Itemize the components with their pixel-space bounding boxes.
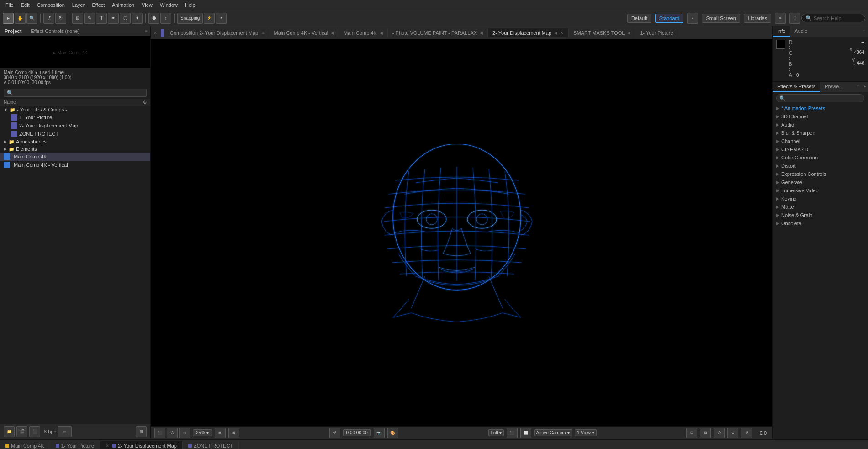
effect-controls-tab[interactable]: Effect Controls (none) <box>26 26 142 36</box>
menu-effect[interactable]: Effect <box>88 1 108 9</box>
effect-animation-presets[interactable]: ▶ * Animation Presets <box>773 104 868 112</box>
comp-tab-picture[interactable]: 1- Your Picture <box>635 28 678 37</box>
preview-tab[interactable]: Previe... <box>820 82 847 92</box>
tl-tab-close[interactable]: ✕ <box>106 444 109 448</box>
item-zone-protect[interactable]: ZONE PROTECT <box>0 130 150 138</box>
menu-help[interactable]: Help <box>181 1 199 9</box>
toggle-panel-icon[interactable]: ⊟ <box>789 13 800 24</box>
tool-zoom[interactable]: 🔍 <box>26 13 37 24</box>
camera-select[interactable]: Active Camera ▾ <box>534 429 572 436</box>
folder-your-files[interactable]: ▼ 📁 - Your Files & Comps - <box>0 106 150 113</box>
effects-search-input[interactable] <box>776 94 864 102</box>
new-solid-btn[interactable]: ⬛ <box>29 426 40 437</box>
info-panel-menu[interactable]: ≡ <box>860 26 868 37</box>
workspace-standard[interactable]: Standard <box>655 14 684 23</box>
comp-tab-maink[interactable]: Main Comp 4K ◀ <box>339 28 388 37</box>
tool-grid[interactable]: ⊞ <box>72 13 83 24</box>
timeline-tab-zone[interactable]: ZONE PROTECT <box>183 441 239 449</box>
preview-btn[interactable]: ⬛ <box>154 428 165 438</box>
preview-mask-btn[interactable]: ◎ <box>179 428 190 438</box>
tool-text[interactable]: T <box>96 13 107 24</box>
effect-color-correction[interactable]: ▶ Color Correction <box>773 153 868 162</box>
snapshot-btn[interactable]: 📷 <box>374 428 385 438</box>
col-sort-icon[interactable]: ⊕ <box>143 100 147 105</box>
pixel-btn[interactable]: ⬜ <box>520 428 531 438</box>
item-your-picture[interactable]: 1- Your Picture <box>0 113 150 121</box>
workspace-expand-icon[interactable]: » <box>775 13 786 24</box>
transparency-btn[interactable]: ⬛ <box>507 428 518 438</box>
effect-matte[interactable]: ▶ Matte <box>773 203 868 211</box>
tool-select[interactable]: ▸ <box>3 13 14 24</box>
color-correct-btn[interactable]: 🎨 <box>387 428 398 438</box>
effect-generate[interactable]: ▶ Generate <box>773 178 868 186</box>
effect-audio[interactable]: ▶ Audio <box>773 121 868 129</box>
new-folder-btn[interactable]: 📁 <box>4 426 15 437</box>
magnification-btn[interactable]: 25% ▾ <box>193 429 212 436</box>
workspace-small-screen[interactable]: Small Screen <box>702 14 740 23</box>
menu-animation[interactable]: Animation <box>108 1 138 9</box>
tool-brush[interactable]: ✎ <box>84 13 95 24</box>
audio-tab[interactable]: Audio <box>790 26 812 37</box>
menu-window[interactable]: Window <box>156 1 181 9</box>
timeline-tab-maink[interactable]: Main Comp 4K <box>0 441 50 449</box>
project-tab[interactable]: Project <box>0 26 26 36</box>
render-btn[interactable]: ⬡ <box>714 428 725 438</box>
info-tab[interactable]: Info <box>773 26 790 37</box>
item-main-comp-4k[interactable]: Main Comp 4K <box>0 153 150 161</box>
item-main-comp-vertical[interactable]: Main Comp 4K - Vertical <box>0 161 150 169</box>
effect-noise-grain[interactable]: ▶ Noise & Grain <box>773 211 868 219</box>
color-depth-btn[interactable]: ▭ <box>58 426 72 437</box>
workspace-menu-icon[interactable]: ≡ <box>687 13 698 24</box>
tool-hand[interactable]: ✋ <box>15 13 26 24</box>
menu-layer[interactable]: Layer <box>69 1 89 9</box>
close-viewer-btn[interactable]: ✕ <box>151 29 160 37</box>
comp-tab-menu[interactable]: ≡ <box>262 31 264 35</box>
preview-region-btn[interactable]: ⬡ <box>167 428 178 438</box>
folder-atmospherics[interactable]: ▶ 📁 Atmospherics <box>0 138 150 145</box>
menu-edit[interactable]: Edit <box>17 1 33 9</box>
search-help-box[interactable]: 🔍 Search Help <box>801 14 865 22</box>
quality-select[interactable]: Full ▾ <box>488 429 504 436</box>
effects-tab[interactable]: Effects & Presets <box>773 82 820 92</box>
effects-menu-icon[interactable]: ≡ <box>854 82 862 92</box>
trash-btn[interactable]: 🗑 <box>136 426 147 437</box>
menu-composition[interactable]: Composition <box>33 1 69 9</box>
loop-btn[interactable]: ↺ <box>329 428 340 438</box>
tool-extra2[interactable]: ✴ <box>216 13 227 24</box>
tool-extra1[interactable]: ⚡ <box>204 13 215 24</box>
item-displacement-map[interactable]: 2- Your Displacement Map <box>0 121 150 130</box>
comp-tab-displacement[interactable]: 2- Your Displacement Map ◀ ✕ <box>488 28 569 37</box>
effect-blur-sharpen[interactable]: ▶ Blur & Sharpen <box>773 129 868 137</box>
tool-undo[interactable]: ↺ <box>43 13 54 24</box>
tool-redo[interactable]: ↻ <box>55 13 66 24</box>
channel-btn[interactable]: ⊕ <box>727 428 738 438</box>
viewer-area[interactable] <box>151 39 772 426</box>
timeline-tab-picture[interactable]: 1- Your Picture <box>50 441 100 449</box>
effects-expand-icon[interactable]: ▸ <box>862 82 868 92</box>
refresh-btn[interactable]: ↺ <box>741 428 752 438</box>
timeline-tab-displacement[interactable]: ✕ 2- Your Displacement Map <box>100 441 183 449</box>
effect-keying[interactable]: ▶ Keying <box>773 195 868 203</box>
effect-expression-controls[interactable]: ▶ Expression Controls <box>773 170 868 178</box>
workspace-libraries[interactable]: Libraries <box>744 14 771 23</box>
comp-tab-displacement-active[interactable]: Composition 2- Your Displacement Map ≡ <box>165 28 269 37</box>
effect-distort[interactable]: ▶ Distort <box>773 162 868 170</box>
project-search-input[interactable] <box>4 89 147 97</box>
view-select[interactable]: 1 View ▾ <box>575 429 597 436</box>
effect-channel[interactable]: ▶ Channel <box>773 137 868 145</box>
tool-anchor[interactable]: ✦ <box>132 13 143 24</box>
timecode-display[interactable]: 0:00:00:00 <box>343 429 371 436</box>
comp-tab-smart[interactable]: SMART MASKS TOOL ◀ <box>569 28 635 37</box>
menu-view[interactable]: View <box>138 1 156 9</box>
project-panel-menu[interactable]: ≡ <box>142 27 150 36</box>
menu-file[interactable]: File <box>2 1 17 9</box>
tool-shape[interactable]: ⬡ <box>120 13 131 24</box>
tool-roto[interactable]: ↕ <box>160 13 171 24</box>
effect-immersive-video[interactable]: ▶ Immersive Video <box>773 186 868 195</box>
effect-cinema4d[interactable]: ▶ CINEMA 4D <box>773 145 868 153</box>
roi-btn[interactable]: ⊟ <box>686 428 697 438</box>
tool-puppet[interactable]: ⬣ <box>148 13 159 24</box>
ct-disp-close[interactable]: ✕ <box>560 31 564 35</box>
comp-tab-photo[interactable]: - Photo VOLUME PAINT - PARALLAX ◀ <box>388 28 488 37</box>
checkerboard-btn[interactable]: ⊠ <box>700 428 711 438</box>
